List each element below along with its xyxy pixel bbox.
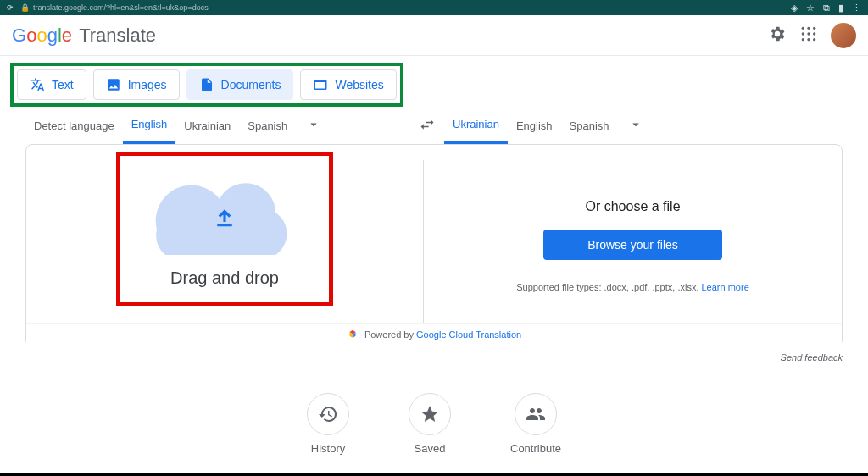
svg-point-6	[802, 38, 804, 41]
history-label: History	[311, 442, 345, 455]
drop-area[interactable]: Drag and drop	[26, 145, 423, 346]
bottom-actions: History Saved Contribute	[0, 393, 868, 455]
src-english[interactable]: English	[123, 107, 176, 144]
svg-point-1	[807, 26, 810, 29]
browse-button[interactable]: Browse your files	[543, 230, 722, 260]
mode-text[interactable]: Text	[17, 69, 86, 100]
mode-highlight-annotation: Text Images Documents Websites	[10, 63, 403, 107]
lock-icon: 🔒	[20, 3, 30, 12]
app-header: Google Translate	[0, 15, 868, 56]
drop-highlight-annotation: Drag and drop	[116, 152, 333, 306]
url-text[interactable]: translate.google.com/?hl=en&sl=en&tl=uk&…	[33, 3, 209, 12]
saved-button[interactable]: Saved	[409, 393, 451, 455]
star-icon[interactable]: ☆	[806, 3, 815, 14]
svg-point-3	[802, 32, 804, 35]
tgt-spanish[interactable]: Spanish	[561, 107, 618, 144]
mode-websites[interactable]: Websites	[300, 69, 396, 100]
drop-label: Drag and drop	[170, 268, 279, 288]
mode-bar: Text Images Documents Websites	[0, 56, 868, 107]
tgt-english[interactable]: English	[508, 107, 561, 144]
src-more-icon[interactable]	[306, 117, 321, 135]
learn-more-link[interactable]: Learn more	[702, 282, 749, 292]
svg-point-7	[807, 38, 810, 41]
svg-point-8	[813, 38, 815, 41]
language-row: Detect language English Ukrainian Spanis…	[0, 107, 868, 144]
google-translate-logo[interactable]: Google Translate	[12, 25, 156, 47]
supported-types: Supported file types: .docx, .pdf, .pptx…	[516, 282, 749, 292]
cloud-translation-link[interactable]: Google Cloud Translation	[416, 329, 521, 340]
history-icon	[307, 393, 349, 435]
sidepanel-icon[interactable]: ▮	[838, 3, 843, 14]
mode-websites-label: Websites	[335, 78, 383, 91]
choose-file-area: Or choose a file Browse your files Suppo…	[424, 145, 842, 346]
powered-by: Powered by Google Cloud Translation	[26, 323, 842, 347]
send-feedback-link[interactable]: Send feedback	[0, 347, 868, 363]
mode-images-label: Images	[128, 78, 167, 91]
document-panel: Drag and drop Or choose a file Browse yo…	[25, 144, 843, 347]
svg-point-0	[802, 26, 804, 29]
src-ukrainian[interactable]: Ukrainian	[175, 107, 239, 144]
star-filled-icon	[409, 393, 451, 435]
swap-icon[interactable]	[419, 116, 436, 136]
apps-icon[interactable]	[800, 25, 817, 46]
cloud-upload-icon	[140, 170, 309, 263]
avatar[interactable]	[831, 23, 856, 48]
mode-documents[interactable]: Documents	[186, 69, 294, 100]
browser-chrome: ⟳ 🔒 translate.google.com/?hl=en&sl=en&tl…	[0, 0, 868, 15]
cast-icon[interactable]: ◈	[791, 3, 798, 14]
src-detect[interactable]: Detect language	[25, 107, 123, 144]
svg-point-4	[807, 32, 810, 35]
tgt-more-icon[interactable]	[628, 117, 643, 135]
cloud-logo-icon	[347, 329, 359, 342]
mode-text-label: Text	[52, 78, 74, 91]
settings-icon[interactable]	[768, 25, 787, 47]
contribute-label: Contribute	[510, 442, 561, 455]
saved-label: Saved	[415, 442, 446, 455]
svg-point-5	[813, 32, 815, 35]
contribute-button[interactable]: Contribute	[510, 393, 561, 455]
menu-icon[interactable]: ⋮	[852, 3, 861, 14]
or-choose-label: Or choose a file	[585, 199, 680, 214]
mode-images[interactable]: Images	[93, 69, 180, 100]
footer-bar	[0, 473, 868, 476]
history-button[interactable]: History	[307, 393, 349, 455]
people-icon	[515, 393, 557, 435]
svg-point-2	[813, 26, 815, 29]
mode-documents-label: Documents	[221, 78, 281, 91]
src-spanish[interactable]: Spanish	[239, 107, 296, 144]
reload-icon[interactable]: ⟳	[7, 3, 14, 12]
tgt-ukrainian[interactable]: Ukrainian	[444, 107, 508, 144]
extensions-icon[interactable]: ⧉	[823, 3, 830, 14]
